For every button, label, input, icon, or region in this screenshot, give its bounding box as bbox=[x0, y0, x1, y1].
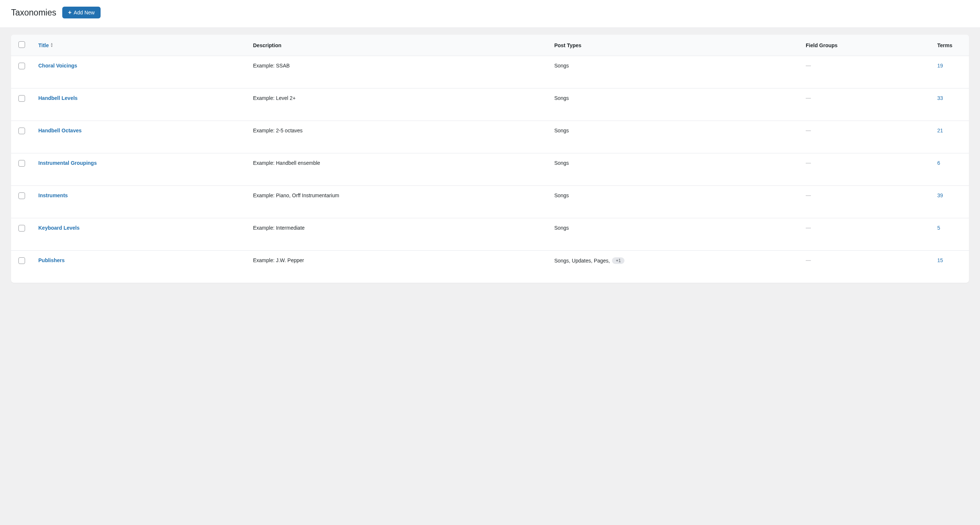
terms-count-link[interactable]: 19 bbox=[937, 63, 943, 69]
row-title-cell: Choral Voicings bbox=[33, 56, 248, 88]
row-checkbox-cell bbox=[11, 218, 33, 251]
row-field-groups: — bbox=[800, 251, 932, 283]
row-terms: 33 bbox=[932, 88, 969, 121]
post-types-text: Songs bbox=[554, 63, 569, 69]
terms-count-link[interactable]: 21 bbox=[937, 128, 943, 134]
table-row: Handbell OctavesExample: 2-5 octavesSong… bbox=[11, 121, 969, 153]
terms-count-link[interactable]: 33 bbox=[937, 95, 943, 101]
table-row: InstrumentsExample: Piano, Orff Instrume… bbox=[11, 186, 969, 218]
column-field-groups: Field Groups bbox=[800, 35, 932, 56]
row-checkbox[interactable] bbox=[18, 257, 25, 264]
post-types-text: Songs bbox=[554, 95, 569, 101]
row-title-cell: Keyboard Levels bbox=[33, 218, 248, 251]
row-description: Example: SSAB bbox=[248, 56, 549, 88]
post-types-text: Songs bbox=[554, 128, 569, 134]
row-description: Example: Intermediate bbox=[248, 218, 549, 251]
row-description: Example: Piano, Orff Instrumentarium bbox=[248, 186, 549, 218]
plus-icon: + bbox=[68, 10, 72, 16]
row-title-cell: Handbell Octaves bbox=[33, 121, 248, 153]
post-types-text: Songs bbox=[554, 193, 569, 198]
column-post-types: Post Types bbox=[549, 35, 800, 56]
row-checkbox[interactable] bbox=[18, 193, 25, 199]
page-title: Taxonomies bbox=[11, 8, 56, 18]
row-checkbox[interactable] bbox=[18, 128, 25, 134]
table-header-row: Title ▲ ▼ Description Post Types Field G… bbox=[11, 35, 969, 56]
row-checkbox-cell bbox=[11, 56, 33, 88]
row-title-cell: Instruments bbox=[33, 186, 248, 218]
terms-count-link[interactable]: 39 bbox=[937, 193, 943, 198]
row-checkbox[interactable] bbox=[18, 95, 25, 102]
row-description: Example: Handbell ensemble bbox=[248, 153, 549, 186]
table-row: PublishersExample: J.W. PepperSongs, Upd… bbox=[11, 251, 969, 283]
taxonomy-title-link[interactable]: Handbell Levels bbox=[38, 95, 78, 101]
row-post-types: Songs bbox=[549, 218, 800, 251]
post-types-text: Songs bbox=[554, 225, 569, 231]
row-terms: 5 bbox=[932, 218, 969, 251]
row-title-cell: Publishers bbox=[33, 251, 248, 283]
taxonomy-title-link[interactable]: Handbell Octaves bbox=[38, 128, 82, 134]
page-header: Taxonomies + Add New bbox=[0, 0, 980, 27]
taxonomy-title-link[interactable]: Instrumental Groupings bbox=[38, 160, 97, 166]
row-description: Example: Level 2+ bbox=[248, 88, 549, 121]
table-row: Instrumental GroupingsExample: Handbell … bbox=[11, 153, 969, 186]
terms-count-link[interactable]: 5 bbox=[937, 225, 940, 231]
post-types-text: Songs, Updates, Pages, bbox=[554, 258, 610, 263]
row-field-groups: — bbox=[800, 121, 932, 153]
row-checkbox[interactable] bbox=[18, 160, 25, 167]
row-post-types: Songs, Updates, Pages,+1 bbox=[549, 251, 800, 283]
row-description: Example: J.W. Pepper bbox=[248, 251, 549, 283]
terms-count-link[interactable]: 15 bbox=[937, 257, 943, 263]
row-terms: 21 bbox=[932, 121, 969, 153]
taxonomy-title-link[interactable]: Choral Voicings bbox=[38, 63, 77, 69]
row-post-types: Songs bbox=[549, 186, 800, 218]
row-post-types: Songs bbox=[549, 88, 800, 121]
row-field-groups: — bbox=[800, 218, 932, 251]
column-description: Description bbox=[248, 35, 549, 56]
column-title[interactable]: Title ▲ ▼ bbox=[33, 35, 248, 56]
row-checkbox-cell bbox=[11, 88, 33, 121]
row-field-groups: — bbox=[800, 88, 932, 121]
table-row: Keyboard LevelsExample: IntermediateSong… bbox=[11, 218, 969, 251]
row-checkbox-cell bbox=[11, 186, 33, 218]
row-post-types: Songs bbox=[549, 56, 800, 88]
row-checkbox-cell bbox=[11, 153, 33, 186]
column-terms: Terms bbox=[932, 35, 969, 56]
row-terms: 39 bbox=[932, 186, 969, 218]
taxonomy-table: Title ▲ ▼ Description Post Types Field G… bbox=[11, 35, 969, 283]
sort-icon: ▲ ▼ bbox=[51, 43, 53, 48]
add-new-label: Add New bbox=[74, 10, 95, 16]
row-title-cell: Instrumental Groupings bbox=[33, 153, 248, 186]
table-row: Handbell LevelsExample: Level 2+Songs—33 bbox=[11, 88, 969, 121]
row-terms: 6 bbox=[932, 153, 969, 186]
add-new-button[interactable]: + Add New bbox=[62, 6, 100, 18]
terms-count-link[interactable]: 6 bbox=[937, 160, 940, 166]
post-types-more-badge[interactable]: +1 bbox=[612, 257, 624, 264]
row-title-cell: Handbell Levels bbox=[33, 88, 248, 121]
row-description: Example: 2-5 octaves bbox=[248, 121, 549, 153]
select-all-header bbox=[11, 35, 33, 56]
table-row: Choral VoicingsExample: SSABSongs—19 bbox=[11, 56, 969, 88]
taxonomy-title-link[interactable]: Keyboard Levels bbox=[38, 225, 80, 231]
row-checkbox[interactable] bbox=[18, 225, 25, 231]
content-area: Title ▲ ▼ Description Post Types Field G… bbox=[0, 27, 980, 525]
taxonomy-title-link[interactable]: Instruments bbox=[38, 193, 68, 198]
row-post-types: Songs bbox=[549, 153, 800, 186]
select-all-checkbox[interactable] bbox=[18, 41, 25, 48]
row-checkbox-cell bbox=[11, 121, 33, 153]
row-post-types: Songs bbox=[549, 121, 800, 153]
row-field-groups: — bbox=[800, 56, 932, 88]
taxonomy-title-link[interactable]: Publishers bbox=[38, 257, 65, 263]
row-field-groups: — bbox=[800, 186, 932, 218]
row-terms: 19 bbox=[932, 56, 969, 88]
row-field-groups: — bbox=[800, 153, 932, 186]
post-types-text: Songs bbox=[554, 160, 569, 166]
row-checkbox-cell bbox=[11, 251, 33, 283]
row-checkbox[interactable] bbox=[18, 63, 25, 69]
row-terms: 15 bbox=[932, 251, 969, 283]
taxonomy-table-container: Title ▲ ▼ Description Post Types Field G… bbox=[11, 35, 969, 283]
